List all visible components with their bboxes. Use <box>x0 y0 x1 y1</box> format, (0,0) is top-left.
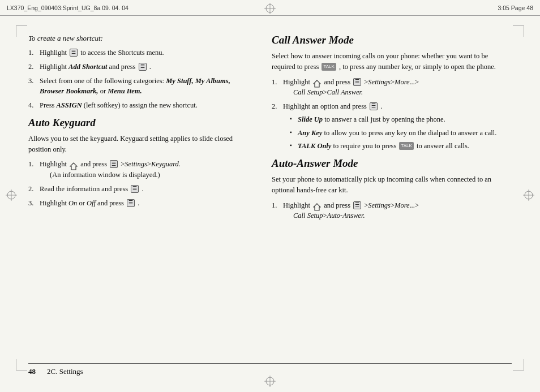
shortcut-intro: To create a new shortcut: <box>28 34 249 43</box>
home-icon-2 <box>313 78 321 86</box>
auto-keyguard-body: Allows you to set the keyguard. Keyguard… <box>28 133 249 155</box>
menu-icon-4: ☰ <box>131 185 139 193</box>
header-time: 3:05 Page 48 <box>498 5 533 11</box>
bullet-talk-only: TALK Only to require you to press TALK t… <box>290 141 509 152</box>
auto-answer-heading: Auto-Answer Mode <box>272 157 509 170</box>
talk-icon-inline: TALK <box>322 63 336 71</box>
right-column: Call Answer Mode Select how to answer in… <box>272 34 509 227</box>
svg-marker-12 <box>70 163 77 170</box>
reg-mark-top <box>264 3 276 16</box>
keyguard-step-1: 1. Highlight and press ☰ >Settings>Keygu… <box>28 159 249 180</box>
crop-mark-tr <box>513 25 524 37</box>
crop-mark-bl <box>16 359 27 371</box>
reg-mark-right <box>523 189 534 203</box>
auto-keyguard-heading: Auto Keyguard <box>28 117 249 129</box>
assign-label: ASSIGN <box>57 101 82 109</box>
footer-bar: 48 2C. Settings <box>28 363 512 376</box>
call-answer-steps: 1. Highlight and press ☰ >Settings>More.… <box>272 77 509 152</box>
on-label: On <box>68 199 77 207</box>
bullet-slide-up: Slide Up to answer a call just by openin… <box>290 114 509 125</box>
auto-answer-body: Set your phone to automatically pick up … <box>272 174 509 196</box>
svg-marker-13 <box>314 80 320 87</box>
reg-mark-left <box>6 189 17 203</box>
call-answer-step-1: 1. Highlight and press ☰ >Settings>More.… <box>272 77 509 98</box>
menu-icon-5: ☰ <box>127 199 135 207</box>
bullet-any-key: Any Key to allow you to press any key on… <box>290 128 509 139</box>
talk-icon-bullet: TALK <box>399 142 413 150</box>
footer-section: 2C. Settings <box>47 367 83 376</box>
off-label: Off <box>87 199 96 207</box>
auto-answer-step-1: 1. Highlight and press ☰ >Settings>More.… <box>272 200 509 222</box>
menu-icon-7: ☰ <box>370 102 378 110</box>
call-answer-body: Select how to answer incoming calls on y… <box>272 51 509 72</box>
crop-mark-br <box>513 359 524 371</box>
home-icon-3 <box>313 201 321 209</box>
home-icon-1 <box>70 160 78 168</box>
left-column: To create a new shortcut: 1. Highlight ☰… <box>28 34 249 214</box>
menu-icon-3: ☰ <box>110 160 118 168</box>
shortcut-step-3: 3. Select from one of the following cate… <box>28 76 249 97</box>
menu-icon-2: ☰ <box>139 63 147 71</box>
auto-answer-steps: 1. Highlight and press ☰ >Settings>More.… <box>272 200 509 222</box>
call-answer-step-2: 2. Highlight an option and press ☰ . Sli… <box>272 101 509 152</box>
call-answer-bullets: Slide Up to answer a call just by openin… <box>283 114 509 152</box>
page: LX370_Eng_090403:Sprint_UG_8a 09. 04. 04… <box>0 0 540 392</box>
menu-icon-1: ☰ <box>70 49 78 57</box>
header-filename: LX370_Eng_090403:Sprint_UG_8a 09. 04. 04 <box>7 5 487 11</box>
shortcut-step-4: 4. Press ASSIGN (left softkey) to assign… <box>28 100 249 111</box>
footer-page-number: 48 <box>28 367 36 376</box>
svg-marker-14 <box>314 204 320 210</box>
auto-keyguard-steps: 1. Highlight and press ☰ >Settings>Keygu… <box>28 159 249 208</box>
keyguard-step-3: 3. Highlight On or Off and press ☰ . <box>28 198 249 209</box>
shortcut-step-2: 2. Highlight Add Shortcut and press ☰ . <box>28 62 249 72</box>
reg-mark-bottom <box>264 376 276 389</box>
shortcut-steps: 1. Highlight ☰ to access the Shortcuts m… <box>28 48 249 111</box>
shortcut-step-1: 1. Highlight ☰ to access the Shortcuts m… <box>28 48 249 58</box>
menu-icon-8: ☰ <box>353 201 361 209</box>
crop-mark-tl <box>16 25 27 37</box>
menu-icon-6: ☰ <box>353 78 361 86</box>
add-shortcut-label: Add Shortcut <box>68 63 107 71</box>
call-answer-heading: Call Answer Mode <box>272 34 509 46</box>
menu-item-label: Menu Item. <box>108 87 142 95</box>
keyguard-step-2: 2. Read the information and press ☰ . <box>28 184 249 195</box>
